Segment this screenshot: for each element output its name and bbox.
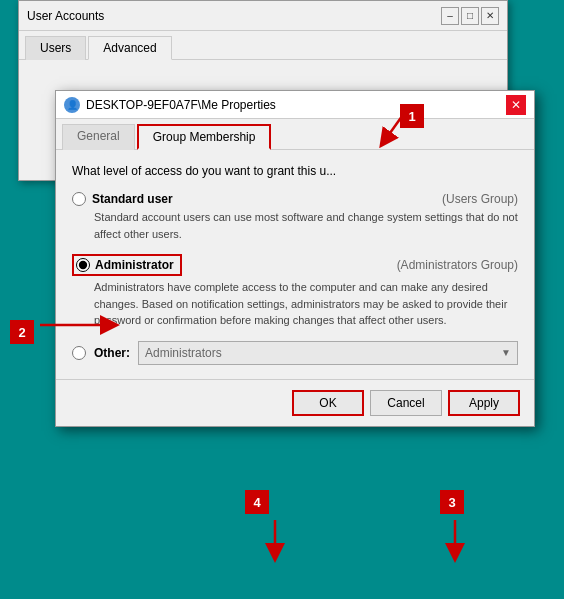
badge-4: 4 (245, 490, 269, 514)
dialog-body: What level of access do you want to gran… (56, 150, 534, 379)
ok-button[interactable]: OK (292, 390, 364, 416)
outer-tabs-bar: Users Advanced (19, 31, 507, 60)
outer-titlebar: User Accounts – □ ✕ (19, 1, 507, 31)
me-properties-dialog: 👤 DESKTOP-9EF0A7F\Me Properties ✕ Genera… (55, 90, 535, 427)
dialog-tabs: General Group Membership (56, 119, 534, 150)
dropdown-arrow-icon: ▼ (501, 347, 511, 358)
dialog-icon: 👤 (64, 97, 80, 113)
dialog-titlebar: 👤 DESKTOP-9EF0A7F\Me Properties ✕ (56, 91, 534, 119)
standard-user-option: Standard user (Users Group) Standard acc… (72, 192, 518, 242)
titlebar-controls: – □ ✕ (441, 7, 499, 25)
maximize-button[interactable]: □ (461, 7, 479, 25)
dialog-close-button[interactable]: ✕ (506, 95, 526, 115)
dialog-footer: OK Cancel Apply (56, 379, 534, 426)
standard-user-desc: Standard account users can use most soft… (94, 209, 518, 242)
administrator-radio[interactable] (76, 258, 90, 272)
cancel-button[interactable]: Cancel (370, 390, 442, 416)
outer-window-title: User Accounts (27, 9, 104, 23)
standard-user-row: Standard user (Users Group) (72, 192, 518, 206)
apply-button[interactable]: Apply (448, 390, 520, 416)
admin-group-label: (Administrators Group) (397, 258, 518, 272)
other-radio[interactable] (72, 346, 86, 360)
close-button[interactable]: ✕ (481, 7, 499, 25)
standard-user-label[interactable]: Standard user (92, 192, 173, 206)
administrator-desc: Administrators have complete access to t… (94, 279, 518, 329)
arrow-4 (255, 515, 315, 565)
arrow-3 (430, 515, 490, 565)
admin-row-wrapper: Administrator (Administrators Group) (72, 254, 518, 276)
dialog-title-left: 👤 DESKTOP-9EF0A7F\Me Properties (64, 97, 276, 113)
minimize-button[interactable]: – (441, 7, 459, 25)
other-dropdown[interactable]: Administrators ▼ (138, 341, 518, 365)
tab-users[interactable]: Users (25, 36, 86, 60)
tab-general[interactable]: General (62, 124, 135, 150)
other-label[interactable]: Other: (94, 346, 130, 360)
tab-advanced[interactable]: Advanced (88, 36, 171, 60)
standard-group-label: (Users Group) (442, 192, 518, 206)
dialog-title-text: DESKTOP-9EF0A7F\Me Properties (86, 98, 276, 112)
administrator-label[interactable]: Administrator (95, 258, 174, 272)
tab-group-membership[interactable]: Group Membership (137, 124, 272, 150)
standard-user-radio[interactable] (72, 192, 86, 206)
other-option-row: Other: Administrators ▼ (72, 341, 518, 365)
question-text: What level of access do you want to gran… (72, 164, 518, 178)
badge-1: 1 (400, 104, 424, 128)
admin-radio-box: Administrator (72, 254, 182, 276)
other-dropdown-value: Administrators (145, 346, 222, 360)
badge-2: 2 (10, 320, 34, 344)
badge-3: 3 (440, 490, 464, 514)
administrator-option: Administrator (Administrators Group) Adm… (72, 254, 518, 329)
